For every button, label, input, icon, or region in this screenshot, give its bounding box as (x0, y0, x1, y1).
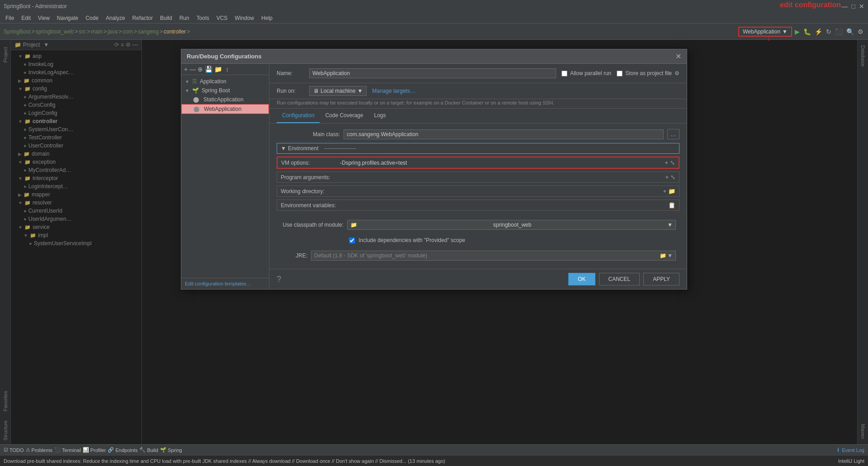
breadcrumb-springboot-web[interactable]: springboot_web (35, 29, 74, 35)
breadcrumb-controller[interactable]: controller (164, 29, 186, 35)
store-project-file-checkbox[interactable] (617, 71, 623, 76)
prog-args-add-button[interactable]: + (665, 174, 669, 181)
tab-configuration[interactable]: Configuration (277, 109, 320, 123)
run-config-selector[interactable]: WebApplication ▼ (738, 27, 792, 37)
vm-options-row: VM options: + ⤡ (277, 157, 679, 169)
include-deps-label: Include dependencies with "Provided" sco… (359, 237, 465, 243)
menu-build[interactable]: Build (156, 14, 176, 22)
breadcrumb-com[interactable]: com (123, 29, 133, 35)
cancel-button[interactable]: CANCEL (599, 273, 640, 285)
close-button[interactable]: ✕ (859, 3, 864, 10)
breadcrumb-main[interactable]: main (91, 29, 103, 35)
program-args-input[interactable] (340, 174, 665, 181)
breadcrumb: SpringBoot > springboot_web > src > main… (4, 29, 736, 35)
working-dir-browse-button[interactable]: 📁 (668, 188, 675, 195)
menu-refactor[interactable]: Refactor (129, 14, 156, 22)
classpath-select[interactable]: 📁 springboot_web ▼ (347, 220, 676, 230)
edit-config-templates-link[interactable]: Edit configuration templates… (181, 278, 269, 289)
stop-button[interactable]: ⬛ (834, 27, 844, 36)
menu-edit[interactable]: Edit (18, 14, 34, 22)
main-class-row: Main class: … (277, 129, 679, 139)
ok-button[interactable]: OK (568, 273, 595, 285)
profiler-button[interactable]: 📊 Profiler (83, 447, 106, 453)
apply-button[interactable]: APPLY (643, 273, 679, 285)
save-config-button[interactable]: 💾 (205, 66, 212, 73)
menu-file[interactable]: File (2, 14, 18, 22)
breadcrumb-java[interactable]: java (108, 29, 118, 35)
breadcrumb-sangeng[interactable]: sangeng (138, 29, 159, 35)
spring-button[interactable]: 🌱 Spring (160, 447, 182, 453)
main-class-browse-button[interactable]: … (667, 129, 679, 139)
env-divider: —————— (324, 145, 356, 152)
tab-logs[interactable]: Logs (368, 109, 391, 123)
main-class-input[interactable] (344, 129, 664, 139)
vm-options-add-button[interactable]: + (665, 159, 668, 166)
build-icon: 🔨 (139, 447, 146, 453)
jre-actions: 📁 ▼ (660, 252, 673, 259)
menu-window[interactable]: Window (231, 14, 258, 22)
tab-code-coverage[interactable]: Code Coverage (320, 109, 368, 123)
menu-help[interactable]: Help (258, 14, 276, 22)
profile-button[interactable]: ↻ (825, 27, 832, 36)
minimize-button[interactable]: — (842, 3, 848, 10)
menu-analyze[interactable]: Analyze (102, 14, 129, 22)
name-input[interactable] (309, 68, 556, 78)
help-button[interactable]: ? (277, 275, 281, 284)
environment-section-header[interactable]: ▼ Environment —————— (277, 143, 679, 154)
terminal-button[interactable]: ⬛ Terminal (54, 447, 81, 453)
dlg-tree-springboot[interactable]: ▼ 🌱 Spring Boot (181, 86, 269, 95)
sort-config-button[interactable]: ↕ (226, 66, 229, 73)
dialog-close-button[interactable]: ✕ (675, 52, 681, 61)
breadcrumb-springboot[interactable]: SpringBoot (4, 29, 30, 35)
classpath-value: springboot_web (493, 222, 532, 228)
event-log-area: ℹ Event Log (837, 447, 864, 453)
add-config-button[interactable]: + (184, 66, 188, 73)
copy-config-button[interactable]: ⊕ (198, 66, 203, 73)
prog-args-expand-button[interactable]: ⤡ (670, 174, 675, 181)
working-dir-input[interactable] (340, 188, 663, 195)
dlg-tree-staticapp[interactable]: ⬤ StaticApplication (181, 95, 269, 104)
remove-config-button[interactable]: — (189, 66, 196, 73)
chevron-icon: ▼ (185, 88, 189, 93)
menu-view[interactable]: View (34, 14, 53, 22)
env-vars-edit-button[interactable]: 📋 (668, 202, 675, 209)
working-dir-add-button[interactable]: + (663, 188, 666, 195)
manage-targets-link[interactable]: Manage targets… (372, 88, 415, 94)
endpoints-button[interactable]: 🔗 Endpoints (108, 447, 137, 453)
breadcrumb-src[interactable]: src (79, 29, 86, 35)
working-dir-actions: + 📁 (663, 188, 675, 195)
jre-select[interactable]: Default (1.8 - SDK of 'springboot_web' m… (311, 251, 676, 261)
problems-button[interactable]: ⚠ Problems (26, 447, 52, 453)
dlg-tree-webapp[interactable]: ⬤ WebApplication (181, 104, 269, 114)
debug-button[interactable]: 🐛 (802, 27, 812, 36)
dialog-footer: ? OK CANCEL APPLY (269, 269, 687, 289)
vm-options-input[interactable] (340, 160, 665, 166)
settings-icon[interactable]: ⚙ (857, 27, 864, 36)
menu-vcs[interactable]: VCS (213, 14, 231, 22)
search-icon[interactable]: 🔍 (845, 27, 855, 36)
menu-code[interactable]: Code (82, 14, 102, 22)
vm-options-expand-button[interactable]: ⤡ (670, 159, 675, 166)
jre-folder-button[interactable]: 📁 (660, 252, 666, 259)
env-vars-input[interactable] (340, 202, 668, 209)
include-deps-checkbox[interactable] (349, 238, 355, 243)
spring-icon: 🌱 (160, 447, 166, 453)
event-log-link[interactable]: Event Log (842, 447, 864, 453)
menu-tools[interactable]: Tools (193, 14, 213, 22)
main-class-label: Main class: (277, 131, 340, 138)
run-button[interactable]: ▶ (794, 27, 801, 36)
build-button[interactable]: 🔨 Build (139, 447, 158, 453)
run-on-select[interactable]: 🖥 Local machine ▼ (309, 86, 367, 96)
maximize-button[interactable]: □ (852, 3, 855, 10)
jre-dropdown-button[interactable]: ▼ (667, 252, 673, 259)
folder-config-button[interactable]: 📁 (214, 66, 222, 73)
dialog-overlay: Run/Debug Configurations ✕ + — ⊕ 💾 📁 ↕ (0, 40, 868, 444)
menu-bar: File Edit View Navigate Code Analyze Ref… (0, 13, 868, 24)
todo-button[interactable]: ☑ TODO (4, 447, 24, 453)
menu-navigate[interactable]: Navigate (53, 14, 82, 22)
coverage-button[interactable]: ⚡ (814, 27, 823, 36)
dlg-tree-application[interactable]: ▼ ☰ Application (181, 77, 269, 86)
dialog-header-row: Name: Allow parallel run Store as projec… (269, 64, 687, 83)
allow-parallel-checkbox[interactable] (561, 71, 567, 76)
menu-run[interactable]: Run (176, 14, 193, 22)
